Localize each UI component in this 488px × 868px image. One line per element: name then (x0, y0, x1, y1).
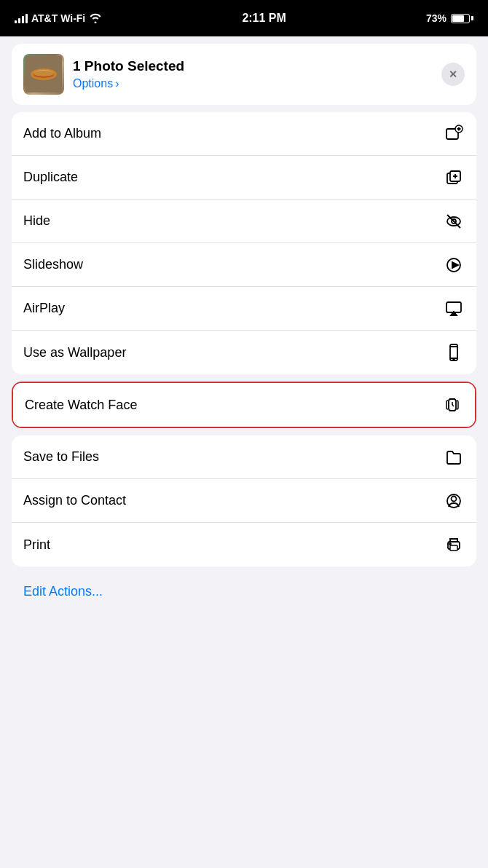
watch-icon (441, 394, 463, 416)
svg-point-32 (449, 543, 451, 545)
header-card: 1 Photo Selected Options › ✕ (12, 44, 476, 105)
header-title: 1 Photo Selected (73, 58, 184, 74)
battery-icon (451, 14, 473, 23)
slideshow-icon (443, 254, 465, 276)
menu-item-slideshow[interactable]: Slideshow (12, 243, 476, 287)
print-icon (443, 534, 465, 556)
menu-item-save-to-files[interactable]: Save to Files (12, 435, 476, 479)
files-icon (443, 446, 465, 468)
print-label: Print (23, 537, 50, 553)
status-left: AT&T Wi-Fi (15, 12, 102, 24)
svg-point-29 (452, 496, 457, 501)
menu-item-airplay[interactable]: AirPlay (12, 287, 476, 331)
menu-item-print[interactable]: Print (12, 523, 476, 567)
svg-marker-16 (452, 262, 458, 268)
add-to-album-icon (443, 123, 465, 145)
menu-section-1: Add to Album Duplicate (12, 112, 476, 374)
header-options-button[interactable]: Options › (73, 77, 184, 90)
sheet-container: 1 Photo Selected Options › ✕ Add to Albu… (0, 36, 488, 868)
menu-item-wallpaper[interactable]: Use as Wallpaper (12, 331, 476, 374)
create-watch-face-label: Create Watch Face (25, 398, 137, 413)
hide-icon (443, 210, 465, 232)
edit-actions-button[interactable]: Edit Actions... (23, 584, 103, 599)
selected-photo-thumbnail (23, 54, 64, 95)
wallpaper-label: Use as Wallpaper (23, 345, 126, 360)
slideshow-label: Slideshow (23, 257, 83, 272)
menu-item-hide[interactable]: Hide (12, 200, 476, 243)
signal-bars-icon (15, 13, 28, 23)
close-button[interactable]: ✕ (441, 63, 465, 86)
menu-item-add-to-album[interactable]: Add to Album (12, 112, 476, 156)
svg-rect-31 (450, 545, 457, 551)
assign-to-contact-label: Assign to Contact (23, 493, 126, 508)
status-time: 2:11 PM (242, 12, 286, 25)
duplicate-icon (443, 167, 465, 189)
wallpaper-icon (443, 342, 465, 363)
status-right: 73% (426, 12, 473, 24)
menu-section-2: Save to Files Assign to Contact Print (12, 435, 476, 567)
battery-percent: 73% (426, 12, 446, 24)
close-icon: ✕ (449, 68, 457, 80)
header-left: 1 Photo Selected Options › (23, 54, 184, 95)
status-bar: AT&T Wi-Fi 2:11 PM 73% (0, 0, 488, 36)
add-to-album-label: Add to Album (23, 126, 101, 141)
airplay-icon (443, 298, 465, 320)
contact-icon (443, 490, 465, 512)
menu-section-watch: Create Watch Face (12, 382, 476, 428)
hide-label: Hide (23, 213, 50, 229)
header-text: 1 Photo Selected Options › (73, 58, 184, 90)
save-to-files-label: Save to Files (23, 449, 99, 465)
menu-item-duplicate[interactable]: Duplicate (12, 156, 476, 200)
wifi-icon (89, 13, 102, 23)
airplay-label: AirPlay (23, 301, 65, 316)
menu-item-assign-to-contact[interactable]: Assign to Contact (12, 479, 476, 523)
menu-item-create-watch-face[interactable]: Create Watch Face (13, 383, 475, 427)
duplicate-label: Duplicate (23, 170, 78, 185)
svg-point-22 (453, 359, 454, 360)
edit-actions-section: Edit Actions... (12, 574, 476, 609)
svg-line-27 (452, 405, 454, 406)
carrier-label: AT&T Wi-Fi (31, 12, 85, 24)
